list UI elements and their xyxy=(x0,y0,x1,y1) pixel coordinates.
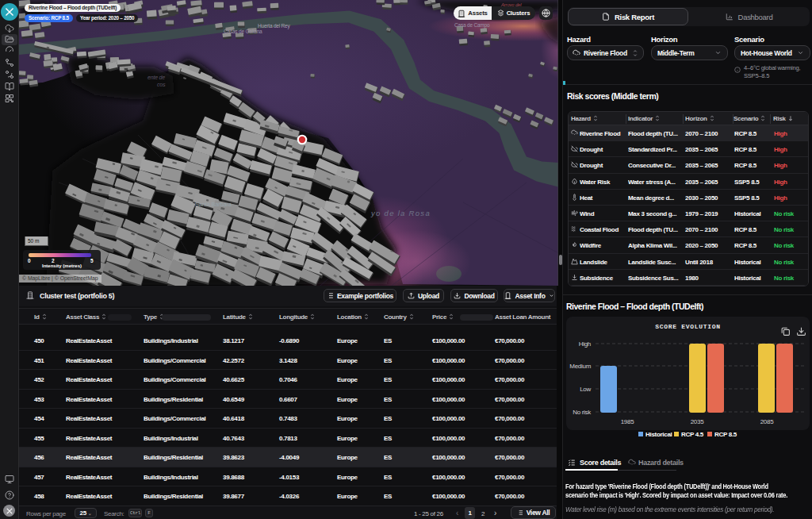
svg-text:cos: cos xyxy=(157,82,166,87)
svg-text:1985: 1985 xyxy=(621,418,634,425)
svg-text:ente de: ente de xyxy=(147,75,165,80)
svg-text:Medium: Medium xyxy=(569,363,591,370)
svg-text:2035: 2035 xyxy=(691,418,704,425)
svg-text:Casas de Galiana: Casas de Galiana xyxy=(224,29,262,34)
svg-text:2085: 2085 xyxy=(760,418,774,425)
svg-text:Santa Bárbara: Santa Bárbara xyxy=(195,201,232,208)
svg-text:yo de la Rosa: yo de la Rosa xyxy=(370,209,431,217)
svg-text:Low: Low xyxy=(580,386,591,393)
svg-text:High: High xyxy=(579,340,591,348)
svg-text:Huerta del Rey: Huerta del Rey xyxy=(258,23,291,29)
svg-text:Casa de Campo: Casa de Campo xyxy=(454,22,490,29)
svg-text:No risk: No risk xyxy=(573,409,592,416)
